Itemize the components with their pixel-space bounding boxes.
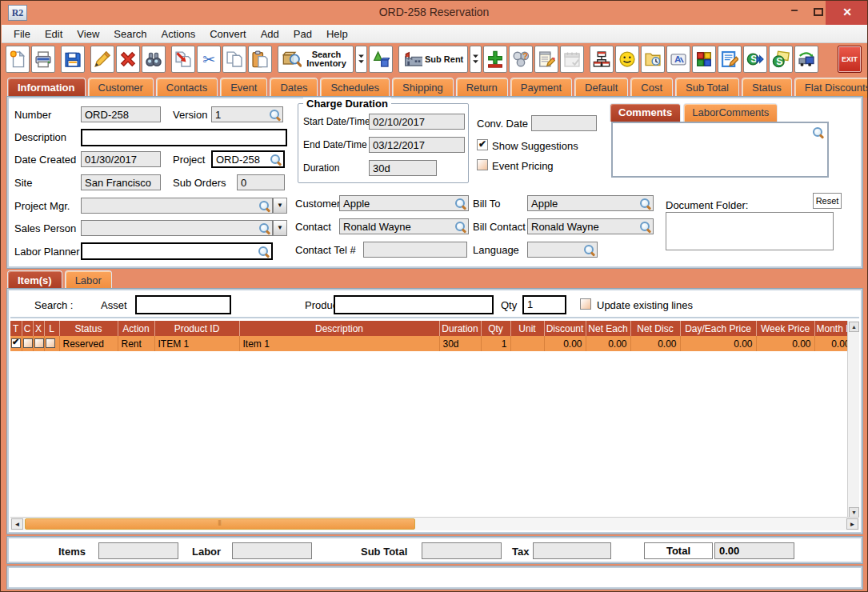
bill-to-search-icon[interactable] — [639, 198, 651, 210]
cell-action[interactable]: Rent — [118, 336, 154, 351]
col-x[interactable]: X — [33, 321, 44, 336]
cell-l[interactable] — [44, 336, 59, 351]
sales-person-dropdown-button[interactable]: ▼ — [273, 220, 287, 236]
sales-person-field[interactable] — [81, 220, 273, 236]
row-l-checkbox[interactable] — [46, 338, 55, 348]
end-date-field[interactable]: 03/12/2017 — [369, 137, 465, 153]
tab-payment[interactable]: Payment — [510, 78, 572, 98]
menu-add[interactable]: Add — [254, 26, 286, 42]
keyboard-key-button[interactable]: A — [666, 46, 690, 73]
qty-input[interactable]: 1 — [522, 295, 566, 314]
project-mgr-dropdown-button[interactable]: ▼ — [273, 198, 287, 214]
col-month-price[interactable]: Month Price — [814, 321, 847, 336]
cell-c[interactable] — [22, 336, 33, 351]
event-pricing-checkbox[interactable] — [477, 159, 488, 170]
labor-planner-field[interactable] — [81, 242, 273, 260]
shapes-button[interactable] — [369, 46, 393, 73]
tab-return[interactable]: Return — [456, 78, 508, 98]
edit-note-button[interactable] — [718, 46, 742, 73]
project-field[interactable]: ORD-258 — [211, 150, 285, 168]
asset-input[interactable] — [135, 295, 231, 314]
tab-cost[interactable]: Cost — [630, 78, 673, 98]
menu-file[interactable]: File — [6, 26, 38, 42]
save-button[interactable] — [61, 46, 85, 73]
cell-duration[interactable]: 30d — [439, 336, 481, 351]
sub-rent-button[interactable]: Sub Rent — [398, 46, 468, 73]
col-product-id[interactable]: Product ID — [154, 321, 239, 336]
scroll-left-arrow[interactable]: ◄ — [11, 518, 23, 530]
row-x-checkbox[interactable] — [34, 338, 44, 348]
menu-pad[interactable]: Pad — [286, 26, 319, 42]
send-money-button[interactable]: S — [743, 46, 767, 73]
col-duration[interactable]: Duration — [439, 321, 481, 336]
update-existing-lines-checkbox[interactable] — [580, 298, 591, 310]
comments-textarea[interactable] — [611, 122, 829, 178]
language-field[interactable] — [527, 242, 598, 258]
menu-actions[interactable]: Actions — [154, 26, 203, 42]
version-search-icon[interactable] — [269, 109, 281, 121]
tab-labor[interactable]: Labor — [65, 270, 112, 290]
product-input[interactable] — [334, 295, 494, 314]
scrollbar-thumb[interactable] — [25, 518, 415, 530]
exit-button[interactable]: EXIT — [838, 46, 862, 73]
col-qty[interactable]: Qty — [481, 321, 510, 336]
cell-status[interactable]: Reserved — [59, 336, 118, 351]
tab-event[interactable]: Event — [220, 78, 267, 98]
col-net-disc[interactable]: Net Disc — [630, 321, 680, 336]
version-field[interactable]: 1 — [211, 106, 283, 122]
add-remove-button[interactable] — [483, 46, 507, 73]
tab-labor-comments[interactable]: LaborComments — [683, 103, 778, 122]
menu-help[interactable]: Help — [319, 26, 355, 42]
table-row[interactable]: Reserved Rent ITEM 1 Item 1 30d 1 0.00 0… — [10, 336, 847, 351]
minimize-button[interactable]: – — [781, 1, 808, 25]
description-field[interactable] — [81, 129, 287, 146]
conv-date-field[interactable] — [531, 115, 597, 131]
sub-rent-options-button[interactable] — [470, 46, 482, 73]
cell-day-each-price[interactable]: 0.00 — [680, 336, 756, 351]
sales-person-search-icon[interactable] — [258, 222, 270, 234]
tab-items[interactable]: Item(s) — [7, 270, 62, 290]
cell-x[interactable] — [33, 336, 44, 351]
search-inventory-button[interactable]: Search Inventory — [278, 46, 354, 73]
bill-contact-field[interactable]: Ronald Wayne — [527, 218, 654, 234]
col-week-price[interactable]: Week Price — [756, 321, 814, 336]
col-net-each[interactable]: Net Each — [586, 321, 630, 336]
dispatch-truck-button[interactable] — [794, 46, 818, 73]
cell-product-id[interactable]: ITEM 1 — [154, 336, 239, 351]
tab-information[interactable]: Information — [7, 78, 86, 98]
contact-field[interactable]: Ronald Wayne — [339, 218, 469, 234]
col-description[interactable]: Description — [239, 321, 439, 336]
cut-button[interactable]: ✂ — [197, 46, 221, 73]
customer-field[interactable]: Apple — [339, 195, 469, 211]
tab-customer[interactable]: Customer — [88, 78, 154, 98]
close-button[interactable]: ✕ — [826, 1, 868, 25]
tab-schedules[interactable]: Schedules — [320, 78, 390, 98]
cell-description[interactable]: Item 1 — [239, 336, 439, 351]
labor-planner-search-icon[interactable] — [258, 246, 270, 258]
money-note-button[interactable]: S — [769, 46, 793, 73]
tab-sub-total[interactable]: Sub Total — [675, 78, 739, 98]
col-c[interactable]: C — [22, 321, 33, 336]
start-date-field[interactable]: 02/10/2017 — [369, 114, 465, 130]
col-l[interactable]: L — [44, 321, 59, 336]
col-status[interactable]: Status — [59, 321, 118, 336]
contact-tel-field[interactable] — [363, 242, 467, 258]
sub-orders-field[interactable]: 0 — [237, 174, 285, 190]
tab-flat-discounts[interactable]: Flat Discounts — [794, 78, 868, 98]
transfer-button[interactable] — [171, 46, 195, 73]
menu-convert[interactable]: Convert — [202, 26, 254, 42]
reset-button[interactable]: Reset — [813, 193, 842, 209]
menu-view[interactable]: View — [70, 26, 106, 42]
project-mgr-search-icon[interactable] — [258, 200, 270, 212]
scroll-right-arrow[interactable]: ► — [846, 518, 858, 530]
menu-edit[interactable]: Edit — [38, 26, 70, 42]
row-c-checkbox[interactable] — [23, 338, 33, 348]
find-button[interactable] — [142, 46, 166, 73]
bill-contact-search-icon[interactable] — [639, 221, 651, 233]
col-discount[interactable]: Discount — [544, 321, 586, 336]
vertical-scrollbar[interactable]: ▲ ▼ — [847, 321, 859, 518]
tab-comments[interactable]: Comments — [610, 103, 681, 122]
edit-button[interactable] — [90, 46, 114, 73]
copy-button[interactable] — [222, 46, 246, 73]
smiley-button[interactable] — [615, 46, 639, 73]
